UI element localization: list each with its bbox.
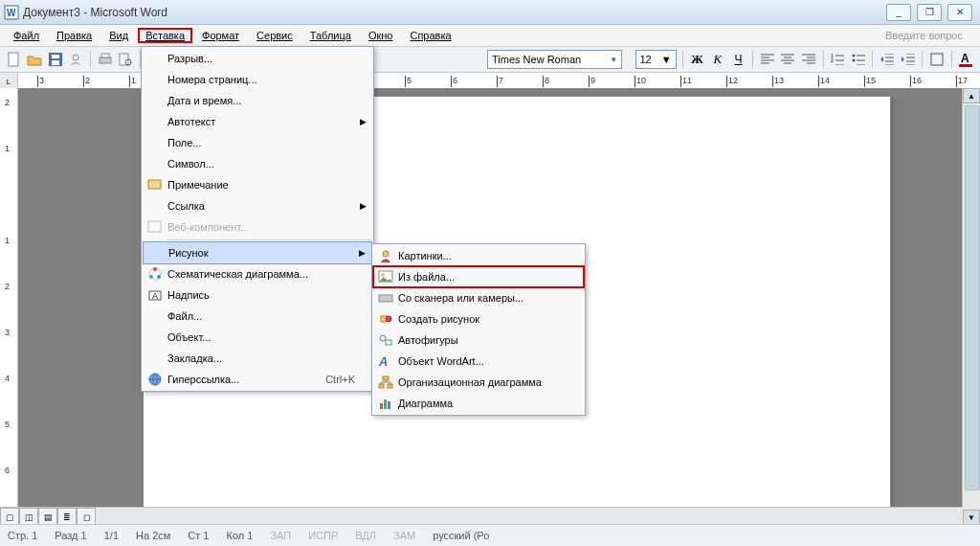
menu-item-field[interactable]: Поле...	[143, 132, 372, 153]
status-pages: 1/1	[104, 530, 119, 541]
status-language[interactable]: русский (Ро	[433, 530, 489, 541]
decrease-indent-icon[interactable]	[879, 50, 896, 69]
permission-icon[interactable]	[68, 50, 85, 69]
submenu-item-orgchart[interactable]: Организационная диаграмма	[373, 372, 584, 393]
status-page: Стр. 1	[8, 530, 37, 541]
numbering-icon[interactable]: 12	[829, 50, 846, 69]
menu-item-web-component: Веб-компонент...	[143, 216, 372, 238]
bullets-icon[interactable]	[850, 50, 867, 69]
submenu-item-clipart[interactable]: Картинки...	[373, 245, 584, 266]
italic-icon[interactable]: К	[709, 50, 726, 69]
menu-item-reference[interactable]: Ссылка▶	[143, 195, 372, 216]
bold-icon[interactable]: Ж	[689, 50, 706, 69]
submenu-item-wordart[interactable]: AОбъект WordArt...	[373, 351, 584, 372]
from-file-icon	[378, 270, 393, 284]
increase-indent-icon[interactable]	[900, 50, 917, 69]
font-name-value: Times New Roman	[492, 54, 581, 65]
borders-icon[interactable]	[928, 50, 946, 69]
menu-item-hyperlink[interactable]: Гиперссылка...Ctrl+K	[143, 369, 372, 390]
status-ovr[interactable]: ЗАМ	[393, 530, 415, 541]
menu-help[interactable]: Справка	[402, 28, 458, 43]
font-size-selector[interactable]: 12▼	[635, 50, 677, 69]
menu-file[interactable]: Файл	[6, 28, 47, 43]
menu-item-textbox[interactable]: AНадпись	[143, 284, 372, 306]
svg-text:2: 2	[831, 57, 834, 63]
menu-item-picture[interactable]: Рисунок▶	[143, 241, 372, 264]
menu-item-date-time[interactable]: Дата и время...	[143, 90, 372, 111]
menu-insert[interactable]: Вставка	[138, 28, 192, 43]
shortcut-label: Ctrl+K	[316, 374, 355, 385]
submenu-item-new-drawing[interactable]: Создать рисунок	[373, 308, 584, 330]
menu-item-bookmark[interactable]: Закладка...	[143, 348, 372, 369]
svg-text:A: A	[378, 354, 388, 368]
align-center-icon[interactable]	[780, 50, 797, 69]
separator	[823, 51, 824, 68]
menu-format[interactable]: Формат	[194, 28, 247, 43]
save-icon[interactable]	[47, 50, 64, 69]
svg-rect-40	[379, 384, 384, 388]
insert-dropdown-menu: Разрыв... Номера страниц... Дата и время…	[141, 46, 374, 392]
menubar: Файл Правка Вид Вставка Формат Сервис Та…	[0, 25, 980, 47]
menu-table[interactable]: Таблица	[302, 28, 359, 43]
submenu-item-scanner[interactable]: Со сканера или камеры...	[373, 287, 584, 308]
maximize-button[interactable]: ❐	[917, 4, 942, 21]
submenu-item-autoshapes[interactable]: Автофигуры	[373, 330, 584, 351]
menu-item-autotext[interactable]: Автотекст▶	[143, 111, 372, 132]
menu-item-symbol[interactable]: Символ...	[143, 153, 372, 174]
scroll-down-button[interactable]: ▼	[963, 510, 980, 525]
horizontal-scrollbar[interactable]	[96, 508, 963, 525]
separator	[951, 51, 952, 68]
status-rec[interactable]: ЗАП	[270, 530, 291, 541]
autoshapes-icon	[378, 333, 393, 347]
menu-edit[interactable]: Правка	[49, 28, 100, 43]
open-icon[interactable]	[27, 50, 44, 69]
status-ext[interactable]: ВДЛ	[355, 530, 376, 541]
diagram-icon	[147, 266, 163, 282]
svg-rect-2	[9, 53, 18, 66]
underline-icon[interactable]: Ч	[730, 50, 747, 69]
new-doc-icon[interactable]	[6, 50, 23, 69]
svg-rect-33	[379, 295, 392, 302]
menu-item-object[interactable]: Объект...	[143, 327, 372, 348]
menu-window[interactable]: Окно	[361, 28, 401, 43]
scroll-thumb[interactable]	[965, 105, 980, 490]
menu-item-diagram[interactable]: Схематическая диаграмма...	[143, 263, 372, 284]
svg-rect-21	[148, 180, 161, 189]
submenu-arrow-icon: ▶	[359, 248, 366, 258]
close-button[interactable]: ✕	[947, 4, 972, 21]
status-trk[interactable]: ИСПР	[308, 530, 338, 541]
print-preview-icon[interactable]	[117, 50, 134, 69]
align-right-icon[interactable]	[800, 50, 817, 69]
svg-rect-18	[931, 54, 943, 65]
chevron-down-icon: ▼	[661, 54, 672, 65]
scroll-up-button[interactable]: ▲	[963, 88, 980, 103]
chevron-down-icon: ▼	[610, 56, 617, 64]
font-name-selector[interactable]: Times New Roman▼	[487, 50, 622, 69]
svg-point-24	[153, 267, 157, 271]
print-icon[interactable]	[97, 50, 114, 69]
svg-rect-42	[380, 403, 383, 409]
separator	[90, 51, 91, 68]
menu-item-comment[interactable]: Примечание	[143, 174, 372, 195]
font-color-icon[interactable]: A	[958, 50, 975, 69]
help-search-prompt[interactable]: Введите вопрос	[885, 30, 974, 41]
submenu-item-chart[interactable]: Диаграмма	[373, 393, 584, 414]
menu-item-file[interactable]: Файл...	[143, 306, 372, 327]
menu-item-page-numbers[interactable]: Номера страниц...	[143, 69, 372, 90]
separator	[922, 51, 923, 68]
menu-view[interactable]: Вид	[101, 28, 136, 43]
vertical-ruler[interactable]: 211234567	[0, 88, 18, 525]
titlebar: W Документ3 - Microsoft Word _ ❐ ✕	[0, 0, 980, 25]
vertical-scrollbar[interactable]: ▲ ▼	[962, 88, 980, 525]
separator	[752, 51, 753, 68]
clipart-icon	[378, 248, 393, 263]
scanner-icon	[378, 292, 393, 304]
svg-point-26	[157, 275, 161, 279]
web-component-icon	[147, 220, 163, 234]
minimize-button[interactable]: _	[886, 4, 911, 21]
menu-tools[interactable]: Сервис	[249, 28, 301, 43]
submenu-item-from-file[interactable]: Из файла...	[373, 266, 584, 287]
align-left-icon[interactable]	[759, 50, 776, 69]
menu-item-break[interactable]: Разрыв...	[143, 48, 372, 69]
svg-rect-5	[52, 60, 59, 65]
